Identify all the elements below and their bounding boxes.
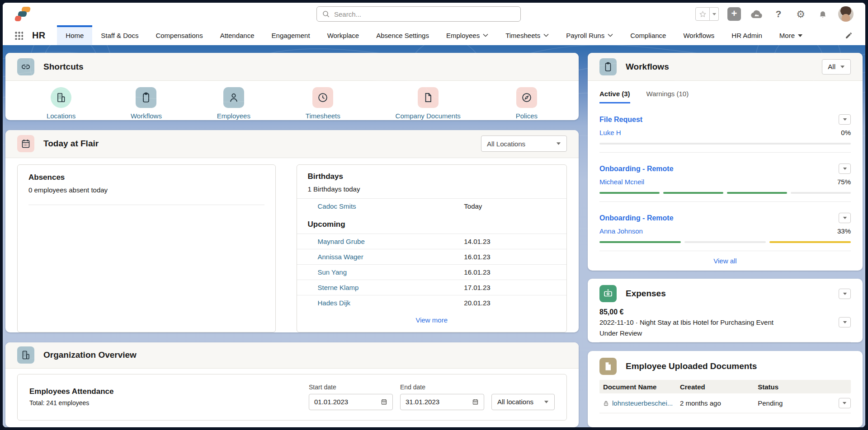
today-location-filter[interactable]: All Locations (481, 136, 567, 152)
shortcut-employees[interactable]: Employees (217, 87, 250, 120)
workflows-filter[interactable]: All (822, 59, 851, 75)
trailhead-icon[interactable] (750, 7, 763, 21)
absences-title: Absences (28, 173, 264, 182)
document-actions-button[interactable] (839, 398, 851, 408)
organization-title: Organization Overview (43, 350, 137, 360)
tab-timesheets[interactable]: Timesheets (497, 25, 557, 45)
global-actions-add-button[interactable]: + (727, 7, 741, 21)
tab-compensations[interactable]: Compensations (147, 25, 211, 45)
tab-engagement[interactable]: Engagement (263, 25, 319, 45)
end-date-label: End date (400, 383, 484, 391)
upcoming-title: Upcoming (297, 214, 566, 234)
tab-absence-settings[interactable]: Absence Settings (368, 25, 438, 45)
edit-pencil-icon[interactable] (845, 32, 853, 39)
organization-overview-card: Organization Overview Employees Attendan… (5, 342, 579, 427)
shortcut-timesheets[interactable]: Timesheets (306, 87, 340, 120)
employee-link[interactable]: Annissa Wager (318, 253, 363, 261)
workflow-title-link[interactable]: Onboarding - Remote (599, 214, 674, 222)
birthday-row: Sterne Klamp 17.01.23 (297, 280, 566, 295)
employee-link[interactable]: Sterne Klamp (318, 284, 359, 291)
tab-warning-workflows[interactable]: Warnings (10) (646, 90, 689, 103)
notifications-bell-icon[interactable] (816, 7, 830, 21)
tab-compliance[interactable]: Compliance (622, 25, 675, 45)
favorites-control (695, 7, 719, 21)
shortcut-workflows[interactable]: Workflows (131, 87, 162, 120)
tab-payroll-runs[interactable]: Payroll Runs (557, 25, 622, 45)
search-icon (322, 10, 330, 18)
employee-documents-card: Employee Uploaded Documents Document Nam… (588, 351, 863, 427)
flair-logo-icon[interactable] (14, 7, 34, 21)
help-icon[interactable]: ? (772, 7, 785, 21)
app-launcher-icon[interactable] (14, 31, 23, 40)
document-status: Pending (758, 399, 828, 407)
view-more-link[interactable]: View more (297, 310, 566, 330)
building-icon (51, 87, 71, 108)
chevron-down-icon (543, 33, 549, 37)
tab-active-workflows[interactable]: Active (3) (599, 90, 630, 103)
tab-hr-admin[interactable]: HR Admin (723, 25, 771, 45)
global-search[interactable] (316, 6, 521, 22)
attendance-title: Employees Attendance (29, 387, 113, 396)
clock-icon (312, 87, 333, 108)
nav-tabs: Home Staff & Docs Compensations Attendan… (57, 25, 811, 45)
setup-gear-icon[interactable]: ⚙ (794, 7, 807, 21)
workflow-item: File Request Luke H 0% (599, 103, 851, 153)
workflow-actions-button[interactable] (839, 213, 851, 223)
document-name-link[interactable]: lohnsteuerbeschei... (612, 399, 673, 407)
workflow-title-link[interactable]: Onboarding - Remote (599, 165, 674, 173)
workflow-item: Onboarding - Remote Micheal Mcneil 75% (599, 153, 851, 202)
workflow-person-link[interactable]: Micheal Mcneil (599, 178, 644, 186)
expense-actions-button[interactable] (839, 317, 851, 327)
attendance-location-filter[interactable]: All locations (491, 394, 555, 410)
birthday-row: Sun Yang 16.01.23 (297, 264, 566, 280)
expenses-title: Expenses (626, 289, 666, 299)
view-all-link[interactable]: View all (588, 251, 863, 271)
tab-home[interactable]: Home (57, 25, 92, 45)
tab-more[interactable]: More (771, 25, 811, 45)
employee-link[interactable]: Sun Yang (318, 268, 347, 276)
workflow-actions-button[interactable] (839, 164, 851, 174)
documents-table: Document Name Created Status lohnsteuerb… (599, 380, 851, 413)
global-header: + ? ⚙ (3, 3, 865, 25)
employee-link[interactable]: Cadoc Smits (318, 202, 356, 210)
employee-link[interactable]: Hades Dijk (318, 299, 351, 307)
user-avatar[interactable] (838, 6, 854, 22)
favorites-dropdown-button[interactable] (710, 7, 719, 21)
shortcut-polices[interactable]: Polices (516, 87, 538, 120)
clipboard-icon (136, 87, 156, 108)
documents-table-header: Document Name Created Status (599, 380, 851, 393)
link-icon (17, 58, 34, 75)
workflow-person-link[interactable]: Anna Johnson (599, 227, 643, 235)
end-date-input[interactable]: 31.01.2023 (400, 394, 484, 410)
tab-workflows[interactable]: Workflows (675, 25, 723, 45)
workflow-title-link[interactable]: File Request (599, 116, 642, 124)
expense-amount: 85,00 € (599, 308, 851, 316)
start-date-input[interactable]: 01.01.2023 (309, 394, 393, 410)
building-icon (17, 346, 34, 364)
search-input[interactable] (334, 10, 515, 18)
workflow-person-link[interactable]: Luke H (599, 129, 621, 136)
person-icon (223, 87, 244, 108)
absences-summary: 0 employees absent today (28, 186, 264, 194)
expenses-actions-button[interactable] (839, 289, 851, 299)
shortcut-locations[interactable]: Locations (47, 87, 75, 120)
caret-down-icon (556, 142, 561, 145)
absences-panel: Absences 0 employees absent today (17, 164, 276, 332)
workflow-percent: 75% (837, 178, 851, 186)
shortcut-company-documents[interactable]: Company Documents (396, 87, 461, 120)
expenses-card: Expenses 85,00 € 2022-11-10 · Night Stay… (588, 279, 863, 342)
tab-staff-docs[interactable]: Staff & Docs (92, 25, 147, 45)
tab-workplace[interactable]: Workplace (319, 25, 368, 45)
document-row: lohnsteuerbeschei... 2 months ago Pendin… (599, 393, 851, 413)
document-icon (599, 358, 617, 375)
tab-employees[interactable]: Employees (438, 25, 497, 45)
calendar-icon (381, 398, 387, 405)
workflows-card: Workflows All Active (3) Warnings (10) F… (588, 53, 863, 271)
star-icon (699, 10, 707, 18)
tab-attendance[interactable]: Attendance (212, 25, 263, 45)
app-name: HR (32, 30, 45, 41)
chevron-down-icon (608, 33, 613, 37)
favorite-star-button[interactable] (695, 7, 710, 21)
employee-link[interactable]: Maynard Grube (318, 238, 365, 245)
workflow-actions-button[interactable] (839, 114, 851, 125)
